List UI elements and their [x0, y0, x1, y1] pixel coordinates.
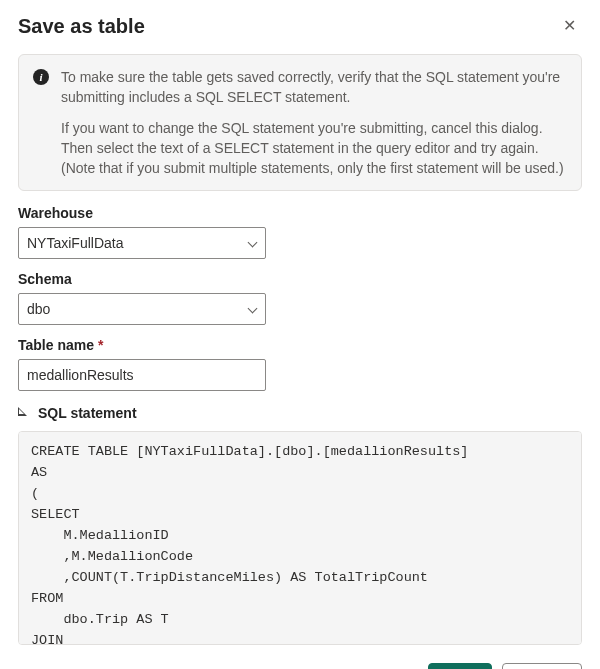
field-schema: Schema dbo — [18, 271, 582, 325]
table-name-label-text: Table name — [18, 337, 94, 353]
dialog-title: Save as table — [18, 15, 145, 38]
schema-label: Schema — [18, 271, 582, 287]
info-box: i To make sure the table gets saved corr… — [18, 54, 582, 191]
chevron-down-icon — [247, 304, 257, 314]
info-paragraph-1: To make sure the table gets saved correc… — [61, 67, 567, 108]
info-paragraph-2: If you want to change the SQL statement … — [61, 118, 567, 179]
schema-select[interactable]: dbo — [18, 293, 266, 325]
warehouse-value: NYTaxiFullData — [27, 235, 123, 251]
sql-section-header[interactable]: SQL statement — [18, 405, 582, 421]
close-icon: ✕ — [563, 17, 576, 34]
field-warehouse: Warehouse NYTaxiFullData — [18, 205, 582, 259]
cancel-button[interactable]: Cancel — [502, 663, 582, 669]
dialog-footer: OK Cancel — [18, 663, 582, 669]
table-name-label: Table name * — [18, 337, 582, 353]
warehouse-select[interactable]: NYTaxiFullData — [18, 227, 266, 259]
close-button[interactable]: ✕ — [557, 14, 582, 38]
info-icon: i — [33, 69, 49, 85]
expand-icon — [18, 407, 30, 419]
warehouse-label: Warehouse — [18, 205, 582, 221]
field-table-name: Table name * medallionResults — [18, 337, 582, 391]
dialog-header: Save as table ✕ — [18, 14, 582, 38]
sql-section-label: SQL statement — [38, 405, 137, 421]
table-name-input[interactable]: medallionResults — [18, 359, 266, 391]
schema-value: dbo — [27, 301, 50, 317]
table-name-value: medallionResults — [27, 367, 134, 383]
required-mark: * — [98, 337, 103, 353]
ok-button[interactable]: OK — [428, 663, 492, 669]
info-text: To make sure the table gets saved correc… — [61, 67, 567, 178]
sql-statement-box[interactable]: CREATE TABLE [NYTaxiFullData].[dbo].[med… — [18, 431, 582, 645]
chevron-down-icon — [247, 238, 257, 248]
